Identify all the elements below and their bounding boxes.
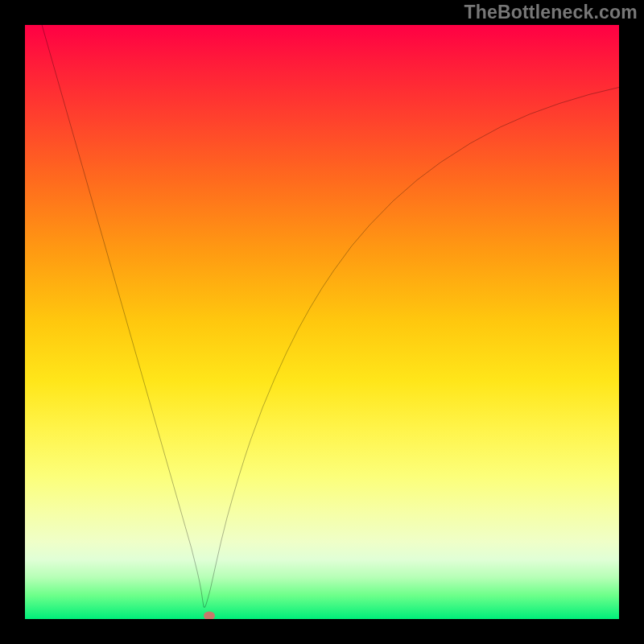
chart-frame: TheBottleneck.com [0,0,644,644]
plot-area [25,25,619,619]
watermark-text: TheBottleneck.com [464,2,638,23]
bottleneck-curve [25,25,619,619]
optimum-marker-icon [204,612,215,619]
